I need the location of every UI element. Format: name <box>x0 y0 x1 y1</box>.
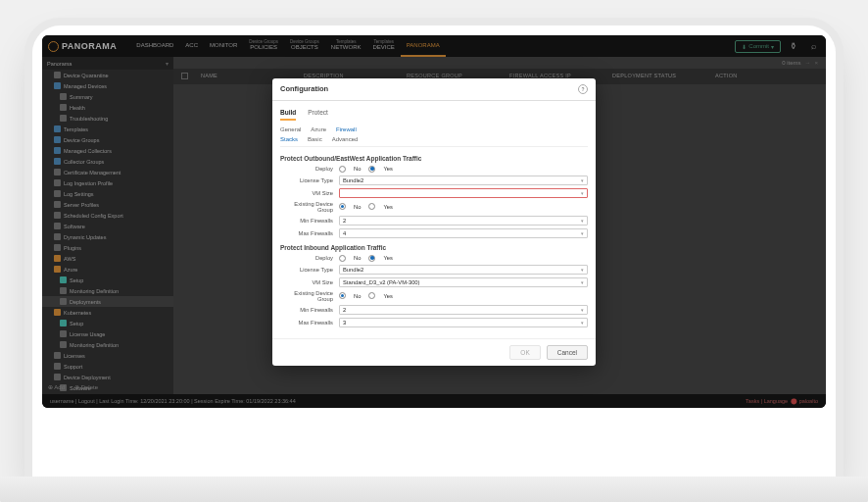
radio-yes[interactable] <box>368 292 375 299</box>
radio-yes[interactable] <box>368 203 375 210</box>
app-screen: PANORAMA DASHBOARDACCMONITORDevice Group… <box>42 35 826 408</box>
modal-tab-build[interactable]: Build <box>280 109 296 121</box>
existing-dg-outbound-radio[interactable]: No Yes <box>339 203 393 210</box>
radio-yes[interactable] <box>368 166 375 173</box>
modal-tabs-level2: GeneralAzureFirewall <box>280 126 588 132</box>
modal-subtab-azure[interactable]: Azure <box>311 126 326 132</box>
radio-no[interactable] <box>339 203 346 210</box>
modal-subtab2-advanced[interactable]: Advanced <box>332 136 359 142</box>
min-fw-inbound-input[interactable]: 2▾ <box>339 305 588 315</box>
radio-yes[interactable] <box>368 255 375 262</box>
existing-dg-inbound-radio[interactable]: No Yes <box>339 292 393 299</box>
modal-tabs-level3: StacksBasicAdvanced <box>280 136 588 147</box>
vm-size-outbound-select[interactable]: ▾ <box>339 188 588 198</box>
modal-tabs-level1: BuildProtect <box>280 109 588 121</box>
modal-subtab-general[interactable]: General <box>280 126 301 132</box>
modal-tab-protect[interactable]: Protect <box>308 109 328 121</box>
cancel-button[interactable]: Cancel <box>547 345 588 360</box>
modal-subtab2-stacks[interactable]: Stacks <box>280 136 298 142</box>
help-icon[interactable]: ? <box>578 84 588 94</box>
min-fw-outbound-input[interactable]: 2▾ <box>339 216 588 226</box>
laptop-frame: PANORAMA DASHBOARDACCMONITORDevice Group… <box>32 25 836 477</box>
modal-body: BuildProtect GeneralAzureFirewall Stacks… <box>272 101 596 338</box>
modal-subtab2-basic[interactable]: Basic <box>308 136 322 142</box>
max-fw-inbound-input[interactable]: 3▾ <box>339 318 588 327</box>
modal-overlay: Configuration ? BuildProtect GeneralAzur… <box>42 35 826 408</box>
modal-title: Configuration <box>280 84 328 93</box>
vm-size-inbound-select[interactable]: Standard_D3_v2 (PA-VM-300)▾ <box>339 277 588 287</box>
radio-no[interactable] <box>339 166 346 173</box>
deploy-inbound-radio[interactable]: No Yes <box>339 255 393 262</box>
section-outbound-title: Protect Outbound/EastWest Application Tr… <box>280 155 588 162</box>
deploy-outbound-radio[interactable]: No Yes <box>339 166 393 173</box>
ok-button[interactable]: OK <box>509 345 540 360</box>
modal-subtab-firewall[interactable]: Firewall <box>336 126 357 132</box>
section-inbound-title: Protect Inbound Application Traffic <box>280 244 588 251</box>
configuration-modal: Configuration ? BuildProtect GeneralAzur… <box>272 78 596 366</box>
license-type-outbound-select[interactable]: Bundle2▾ <box>339 176 588 185</box>
radio-no[interactable] <box>339 255 346 262</box>
modal-header: Configuration ? <box>272 78 596 101</box>
modal-footer: OK Cancel <box>272 338 596 366</box>
laptop-base <box>0 477 868 502</box>
license-type-inbound-select[interactable]: Bundle2▾ <box>339 265 588 275</box>
radio-no[interactable] <box>339 292 346 299</box>
max-fw-outbound-input[interactable]: 4▾ <box>339 228 588 238</box>
